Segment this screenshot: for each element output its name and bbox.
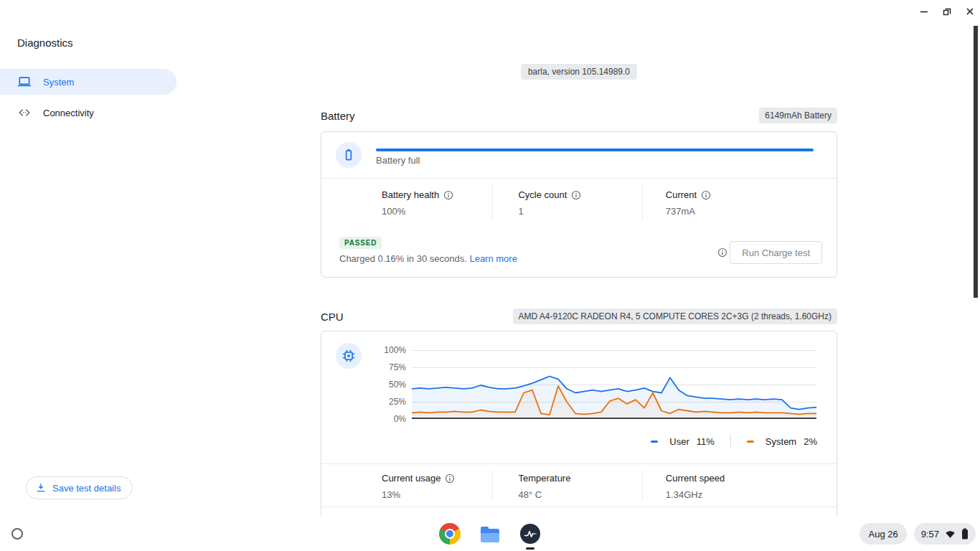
- cycle-count-value: 1: [518, 206, 641, 217]
- board-version-chip: barla, version 105.14989.0: [521, 64, 637, 80]
- sidebar-item-label: Connectivity: [43, 108, 94, 118]
- files-app-button[interactable]: [479, 522, 501, 545]
- minimize-icon: [918, 6, 930, 17]
- info-icon[interactable]: [443, 190, 453, 200]
- cpu-section-header: CPU AMD A4-9120C RADEON R4, 5 COMPUTE CO…: [321, 309, 837, 324]
- connectivity-icon: [17, 105, 32, 120]
- battery-icon-circle: [336, 142, 362, 168]
- current-value: 737mA: [666, 206, 837, 217]
- battery-status-icon: [961, 528, 969, 540]
- shelf: Aug 26 9:57: [0, 517, 980, 551]
- ytick-0: 0%: [327, 414, 406, 424]
- battery-section-header: Battery 6149mAh Battery: [321, 108, 837, 123]
- temperature-value: 48° C: [518, 489, 641, 500]
- temperature-label: Temperature: [518, 473, 570, 484]
- save-test-details-button[interactable]: Save test details: [26, 476, 133, 499]
- shelf-apps: [438, 522, 542, 545]
- sidebar-nav: System Connectivity: [0, 69, 176, 131]
- app-title: Diagnostics: [17, 37, 73, 49]
- chrome-app-button[interactable]: [438, 522, 461, 545]
- wifi-icon: [945, 529, 956, 540]
- info-icon[interactable]: [571, 190, 581, 200]
- cpu-section-title: CPU: [321, 311, 344, 323]
- diagnostics-icon: [520, 524, 540, 544]
- battery-capacity-badge: 6149mAh Battery: [759, 108, 837, 123]
- battery-health-label: Battery health: [382, 189, 439, 200]
- scrollbar-thumb[interactable]: [974, 26, 978, 298]
- current-usage-label: Current usage: [382, 473, 440, 484]
- sidebar-item-label: System: [43, 77, 74, 88]
- files-icon: [481, 529, 499, 542]
- cpu-chart-legend: User 11% System 2%: [651, 434, 817, 448]
- system-tray[interactable]: 9:57: [914, 523, 976, 545]
- window-controls: [917, 4, 977, 19]
- date-pill[interactable]: Aug 26: [859, 523, 906, 545]
- run-charge-test-button[interactable]: Run Charge test: [730, 241, 822, 264]
- cpu-model-badge: AMD A4-9120C RADEON R4, 5 COMPUTE CORES …: [513, 309, 837, 324]
- launcher-icon: [11, 528, 23, 540]
- battery-icon: [341, 148, 356, 162]
- current-speed-label: Current speed: [666, 473, 725, 484]
- user-legend-dash: [651, 441, 658, 443]
- time-label: 9:57: [921, 529, 939, 540]
- cpu-usage-chart: [412, 350, 816, 419]
- legend-divider: [730, 434, 731, 448]
- diagnostics-app-button[interactable]: [519, 522, 542, 545]
- battery-charge-bar-fill: [376, 149, 814, 151]
- battery-test-row: PASSED Charged 0.16% in 30 seconds. Lear…: [321, 227, 837, 277]
- cpu-stats-row: Current usage 13% Temperature 48° C Curr…: [321, 463, 837, 507]
- cycle-count-label: Cycle count: [518, 189, 567, 200]
- info-icon[interactable]: [701, 190, 711, 200]
- system-legend-value: 2%: [804, 436, 817, 447]
- ytick-25: 25%: [327, 397, 406, 407]
- system-legend-dash: [747, 441, 754, 443]
- battery-card: Battery full Battery health 100% Cycle c…: [321, 131, 837, 278]
- battery-charge-bar: [376, 149, 814, 151]
- restore-button[interactable]: [940, 4, 954, 19]
- current-speed-value: 1.34GHz: [666, 489, 837, 500]
- ytick-50: 50%: [327, 380, 406, 390]
- date-label: Aug 26: [868, 529, 897, 540]
- battery-section-title: Battery: [321, 110, 355, 122]
- user-legend-value: 11%: [697, 436, 715, 447]
- learn-more-link[interactable]: Learn more: [469, 253, 517, 264]
- close-icon: [964, 6, 976, 17]
- sidebar-item-connectivity[interactable]: Connectivity: [0, 100, 176, 126]
- minimize-button[interactable]: [917, 4, 931, 19]
- ytick-100: 100%: [327, 345, 406, 355]
- close-button[interactable]: [963, 4, 977, 19]
- restore-icon: [941, 6, 953, 17]
- current-usage-value: 13%: [382, 489, 492, 500]
- download-icon: [35, 482, 47, 494]
- active-app-indicator: [526, 547, 534, 550]
- battery-status-label: Battery full: [376, 155, 420, 166]
- current-label: Current: [666, 189, 697, 200]
- info-icon[interactable]: [717, 248, 727, 258]
- system-legend-label: System: [765, 436, 796, 447]
- laptop-icon: [17, 75, 32, 89]
- battery-health-value: 100%: [382, 206, 492, 217]
- battery-stats-row: Battery health 100% Cycle count 1: [321, 178, 837, 227]
- passed-badge: PASSED: [339, 237, 382, 249]
- ytick-75: 75%: [327, 362, 406, 372]
- sidebar-item-system[interactable]: System: [0, 69, 176, 95]
- user-legend-label: User: [669, 436, 689, 447]
- cpu-card: 100% 75% 50% 25% 0% User 11% System 2: [321, 331, 837, 542]
- chrome-icon: [439, 523, 461, 545]
- charge-test-result-text: Charged 0.16% in 30 seconds.: [339, 253, 467, 264]
- info-icon[interactable]: [445, 474, 455, 484]
- save-test-details-label: Save test details: [52, 483, 121, 494]
- launcher-button[interactable]: [6, 522, 29, 545]
- status-area: Aug 26 9:57: [859, 523, 976, 545]
